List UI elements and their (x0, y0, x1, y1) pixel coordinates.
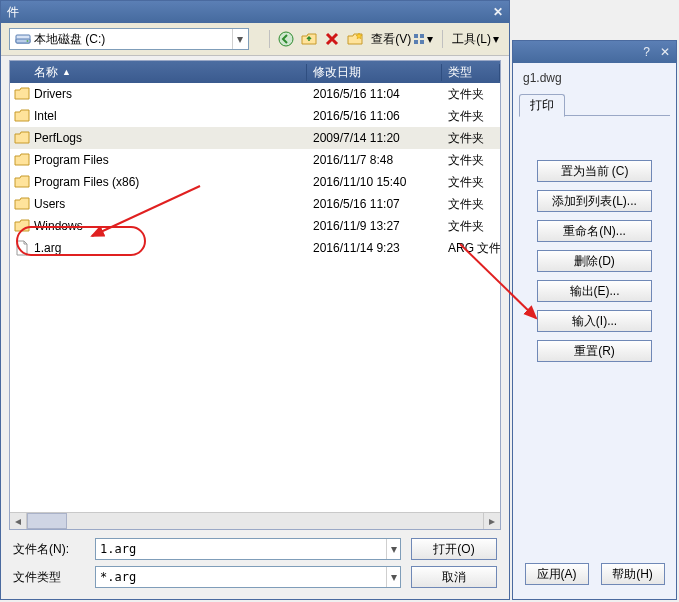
import-button[interactable]: 输入(I)... (537, 310, 652, 332)
file-type: 文件夹 (442, 86, 500, 103)
view-grid-icon (413, 33, 425, 45)
folder-icon (14, 196, 30, 212)
filename-field[interactable]: ▾ (95, 538, 401, 560)
svg-rect-7 (420, 40, 424, 44)
chevron-down-icon: ▾ (493, 32, 499, 46)
column-date[interactable]: 修改日期 (307, 64, 442, 81)
file-type: 文件夹 (442, 196, 500, 213)
file-type: 文件夹 (442, 108, 500, 125)
file-type: ARG 文件 (442, 240, 500, 257)
file-name: Windows (34, 219, 83, 233)
folder-icon (14, 174, 30, 190)
file-name: Intel (34, 109, 57, 123)
file-name: Program Files (34, 153, 109, 167)
folder-icon (14, 108, 30, 124)
file-row[interactable]: PerfLogs2009/7/14 11:20文件夹 (10, 127, 500, 149)
file-row[interactable]: Program Files2016/11/7 8:48文件夹 (10, 149, 500, 171)
folder-icon (14, 218, 30, 234)
file-name: 1.arg (34, 241, 61, 255)
file-name: Users (34, 197, 65, 211)
file-date: 2016/11/14 9:23 (307, 241, 442, 255)
svg-point-3 (279, 32, 293, 46)
scroll-right-icon[interactable]: ▸ (483, 513, 500, 529)
svg-rect-4 (414, 34, 418, 38)
sort-asc-icon: ▲ (62, 67, 71, 77)
file-row[interactable]: Users2016/5/16 11:07文件夹 (10, 193, 500, 215)
back-icon[interactable] (277, 30, 295, 48)
file-open-dialog: 件 ✕ ▾ 查看(V) (0, 0, 510, 600)
scrollbar-thumb[interactable] (27, 513, 67, 529)
file-date: 2016/5/16 11:04 (307, 87, 442, 101)
open-button[interactable]: 打开(O) (411, 538, 497, 560)
add-to-list-button[interactable]: 添加到列表(L)... (537, 190, 652, 212)
file-row[interactable]: Windows2016/11/9 13:27文件夹 (10, 215, 500, 237)
rename-button[interactable]: 重命名(N)... (537, 220, 652, 242)
delete-button[interactable]: 删除(D) (537, 250, 652, 272)
file-type: 文件夹 (442, 130, 500, 147)
help-icon[interactable]: ? (643, 45, 650, 59)
svg-point-2 (27, 40, 29, 42)
bg-titlebar: ? ✕ (513, 41, 676, 63)
column-name[interactable]: 名称 ▲ (28, 64, 307, 81)
apply-button[interactable]: 应用(A) (525, 563, 589, 585)
file-type: 文件夹 (442, 218, 500, 235)
file-list[interactable]: Drivers2016/5/16 11:04文件夹Intel2016/5/16 … (10, 83, 500, 512)
column-header: 名称 ▲ 修改日期 类型 (10, 61, 500, 83)
export-button[interactable]: 输出(E)... (537, 280, 652, 302)
drive-icon (15, 31, 31, 47)
view-menu[interactable]: 查看(V) ▾ (369, 30, 435, 49)
tools-menu[interactable]: 工具(L) ▾ (450, 30, 501, 49)
filename-input[interactable] (96, 539, 386, 559)
svg-rect-6 (414, 40, 418, 44)
cancel-button[interactable]: 取消 (411, 566, 497, 588)
toolbar: ▾ 查看(V) ▾ 工具(L) (1, 23, 509, 56)
new-folder-icon[interactable] (346, 30, 364, 48)
file-type: 文件夹 (442, 174, 500, 191)
file-name: PerfLogs (34, 131, 82, 145)
reset-button[interactable]: 重置(R) (537, 340, 652, 362)
file-date: 2016/5/16 11:06 (307, 109, 442, 123)
folder-icon (14, 130, 30, 146)
page-setup-panel: ? ✕ g1.dwg 打印 置为当前 (C) 添加到列表(L)... 重命名(N… (512, 40, 677, 600)
filetype-input[interactable] (96, 567, 386, 587)
tab-print[interactable]: 打印 (519, 94, 565, 117)
svg-rect-5 (420, 34, 424, 38)
help-button[interactable]: 帮助(H) (601, 563, 665, 585)
folder-icon (14, 86, 30, 102)
bg-filename: g1.dwg (519, 67, 670, 93)
delete-icon[interactable] (323, 30, 341, 48)
set-current-button[interactable]: 置为当前 (C) (537, 160, 652, 182)
file-date: 2016/11/10 15:40 (307, 175, 442, 189)
file-date: 2009/7/14 11:20 (307, 131, 442, 145)
location-input[interactable] (34, 30, 232, 48)
filetype-field[interactable]: ▾ (95, 566, 401, 588)
folder-icon (14, 152, 30, 168)
horizontal-scrollbar[interactable]: ◂ ▸ (10, 512, 500, 529)
file-icon (14, 240, 30, 256)
close-icon[interactable]: ✕ (660, 45, 670, 59)
file-row[interactable]: Drivers2016/5/16 11:04文件夹 (10, 83, 500, 105)
filename-label: 文件名(N): (13, 541, 85, 558)
filetype-label: 文件类型 (13, 569, 85, 586)
file-date: 2016/11/7 8:48 (307, 153, 442, 167)
file-date: 2016/11/9 13:27 (307, 219, 442, 233)
scroll-left-icon[interactable]: ◂ (10, 513, 27, 529)
chevron-down-icon: ▾ (427, 32, 433, 46)
location-combo[interactable]: ▾ (9, 28, 249, 50)
column-type[interactable]: 类型 (442, 64, 500, 81)
dialog-titlebar: 件 ✕ (1, 1, 509, 23)
file-name: Drivers (34, 87, 72, 101)
up-folder-icon[interactable] (300, 30, 318, 48)
chevron-down-icon[interactable]: ▾ (386, 567, 400, 587)
file-date: 2016/5/16 11:07 (307, 197, 442, 211)
file-row[interactable]: 1.arg2016/11/14 9:23ARG 文件 (10, 237, 500, 259)
chevron-down-icon[interactable]: ▾ (386, 539, 400, 559)
file-name: Program Files (x86) (34, 175, 139, 189)
file-type: 文件夹 (442, 152, 500, 169)
dialog-title: 件 (7, 4, 19, 21)
chevron-down-icon[interactable]: ▾ (232, 29, 246, 49)
file-row[interactable]: Program Files (x86)2016/11/10 15:40文件夹 (10, 171, 500, 193)
file-row[interactable]: Intel2016/5/16 11:06文件夹 (10, 105, 500, 127)
close-icon[interactable]: ✕ (493, 5, 503, 19)
